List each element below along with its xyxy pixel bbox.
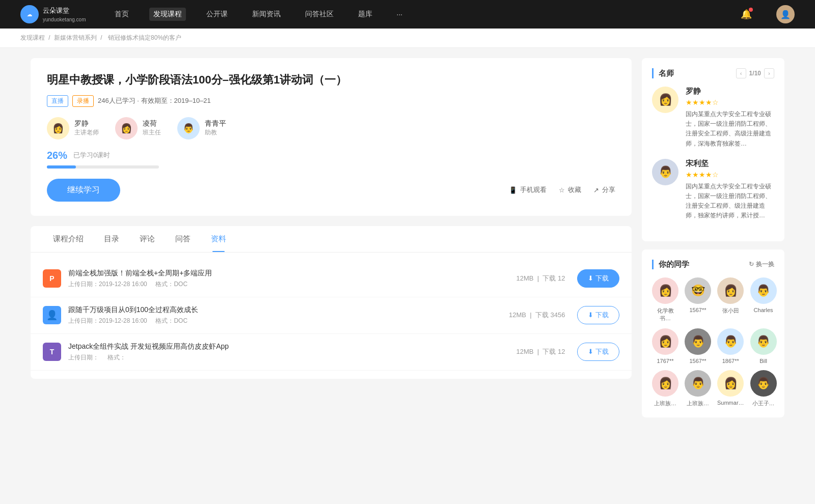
- student-avatar-3: 👨: [750, 277, 777, 304]
- tabs-content: P 前端全栈加强版！前端全栈+全周期+多端应用 上传日期：2019-12-28 …: [31, 253, 632, 379]
- nav-more[interactable]: ···: [393, 8, 407, 20]
- course-tags: 直播 录播 246人已学习 · 有效期至：2019–10–21: [47, 95, 615, 107]
- tab-qa[interactable]: 问答: [165, 226, 201, 252]
- next-page-button[interactable]: ›: [764, 68, 774, 78]
- continue-learning-button[interactable]: 继续学习: [47, 179, 120, 202]
- breadcrumb-current: 销冠修炼术搞定80%的客户: [108, 34, 181, 41]
- instructor-role-2: 助教: [205, 128, 226, 137]
- file-icon-1: 👤: [43, 306, 61, 324]
- nav-quiz[interactable]: 题库: [354, 8, 376, 21]
- file-name-1: 跟随千万级项目从0到100全过程高效成长: [68, 305, 509, 315]
- students-card: 你的同学 ↻ 换一换 👩 化学教书… 🤓 1567** 👩 张小田: [642, 249, 784, 417]
- progress-bar-fill: [47, 165, 76, 169]
- course-title: 明星中教授课，小学阶段语法100分–强化级第1讲动词（一）: [47, 72, 615, 88]
- student-7: 👨 Bill: [750, 328, 777, 364]
- breadcrumb-series[interactable]: 新媒体营销系列: [54, 34, 97, 41]
- prev-page-button[interactable]: ‹: [736, 68, 746, 78]
- course-card: 明星中教授课，小学阶段语法100分–强化级第1讲动词（一） 直播 录播 246人…: [31, 58, 632, 216]
- teacher-name-1: 宋利坚: [686, 159, 774, 169]
- course-meta: 246人已学习 · 有效期至：2019–10–21: [98, 96, 211, 105]
- tag-record: 录播: [72, 95, 94, 107]
- student-avatar-9: 👨: [685, 370, 711, 397]
- student-avatar-10: 👩: [717, 370, 744, 397]
- instructors: 👩 罗静 主讲老师 👩 凌荷 班主任 👨 青青平: [47, 117, 615, 139]
- instructor-avatar-2: 👨: [177, 117, 200, 139]
- student-avatar-11: 👨: [750, 370, 777, 397]
- file-stats-2: 12MB | 下载 12: [517, 347, 565, 356]
- teacher-desc-1: 国内某重点大学安全工程专业硕士，国家一级注册消防工程师、注册安全工程师、级注册建…: [686, 182, 774, 221]
- instructor-1: 👩 凌荷 班主任: [115, 117, 161, 139]
- notification-bell[interactable]: 🔔: [741, 9, 752, 20]
- star-icon: ☆: [559, 186, 565, 194]
- mobile-icon: 📱: [509, 186, 517, 194]
- student-2: 👩 张小田: [717, 277, 744, 322]
- student-9: 👨 上班族…: [685, 370, 711, 407]
- instructor-avatar-0: 👩: [47, 117, 69, 139]
- tabs-header: 课程介绍 目录 评论 问答 资料: [31, 226, 632, 253]
- student-avatar-1: 🤓: [685, 277, 711, 304]
- tabs-card: 课程介绍 目录 评论 问答 资料 P 前端全栈加强版！前端全栈+全周期+多端应用…: [31, 226, 632, 379]
- share-icon: ↗: [593, 186, 599, 194]
- student-name-2: 张小田: [722, 307, 739, 315]
- student-name-4: 1767**: [657, 358, 673, 364]
- student-name-7: Bill: [759, 358, 767, 364]
- main-content: 明星中教授课，小学阶段语法100分–强化级第1讲动词（一） 直播 录播 246人…: [10, 48, 805, 436]
- file-icon-0: P: [43, 269, 61, 288]
- students-grid: 👩 化学教书… 🤓 1567** 👩 张小田 👨 Charles 👩: [652, 277, 774, 407]
- students-section-title: 你的同学 ↻ 换一换: [652, 260, 774, 269]
- student-avatar-2: 👩: [717, 277, 744, 304]
- tab-intro[interactable]: 课程介绍: [43, 226, 94, 252]
- student-name-3: Charles: [754, 307, 773, 313]
- instructor-2: 👨 青青平 助教: [177, 117, 226, 139]
- mobile-watch-button[interactable]: 📱 手机观看: [509, 185, 547, 194]
- instructor-avatar-1: 👩: [115, 117, 138, 139]
- file-item-0: P 前端全栈加强版！前端全栈+全周期+多端应用 上传日期：2019-12-28 …: [31, 261, 632, 297]
- tab-catalog[interactable]: 目录: [94, 226, 129, 252]
- progress-bar-background: [47, 165, 159, 169]
- refresh-button[interactable]: ↻ 换一换: [749, 260, 774, 269]
- student-10: 👩 Summar…: [717, 370, 744, 407]
- student-name-10: Summar…: [717, 400, 744, 406]
- instructor-name-2: 青青平: [205, 119, 226, 128]
- file-stats-1: 12MB | 下载 3456: [509, 311, 565, 320]
- download-button-1[interactable]: ⬇ 下载: [577, 306, 619, 324]
- progress-text: 已学习0课时: [73, 151, 110, 160]
- logo[interactable]: ☁ 云朵课堂yunduoketang.com: [20, 5, 86, 23]
- nav-news[interactable]: 新闻资讯: [248, 8, 285, 21]
- page-info: 1/10: [749, 70, 761, 77]
- student-name-5: 1567**: [689, 358, 706, 364]
- student-avatar-0: 👩: [652, 277, 678, 304]
- download-button-0[interactable]: ⬇ 下载: [577, 269, 619, 288]
- share-button[interactable]: ↗ 分享: [593, 185, 615, 194]
- file-meta-1: 上传日期：2019-12-28 16:00 格式：DOC: [68, 317, 509, 325]
- logo-icon: ☁: [20, 5, 39, 23]
- breadcrumb-discover[interactable]: 发现课程: [20, 34, 45, 41]
- nav-qa[interactable]: 问答社区: [301, 8, 338, 21]
- student-name-6: 1867**: [722, 358, 739, 364]
- nav-open[interactable]: 公开课: [202, 8, 232, 21]
- student-8: 👩 上班族…: [652, 370, 678, 407]
- refresh-icon: ↻: [749, 261, 754, 268]
- file-name-2: Jetpack全组件实战 开发短视频应用高仿皮皮虾App: [68, 342, 517, 351]
- tab-materials[interactable]: 资料: [201, 226, 236, 252]
- teacher-name-0: 罗静: [686, 87, 774, 96]
- user-avatar[interactable]: 👤: [776, 5, 795, 23]
- instructor-role-0: 主讲老师: [74, 128, 99, 137]
- download-button-2[interactable]: ⬇ 下载: [577, 343, 619, 361]
- teacher-stars-0: ★★★★☆: [686, 98, 774, 106]
- teacher-item-0: 👩 罗静 ★★★★☆ 国内某重点大学安全工程专业硕士，国家一级注册消防工程师、注…: [652, 87, 774, 149]
- student-avatar-5: 👨: [685, 328, 711, 355]
- file-name-0: 前端全栈加强版！前端全栈+全周期+多端应用: [68, 269, 517, 278]
- tab-review[interactable]: 评论: [129, 226, 165, 252]
- student-4: 👩 1767**: [652, 328, 678, 364]
- collect-button[interactable]: ☆ 收藏: [559, 185, 581, 194]
- student-name-1: 1567**: [689, 307, 706, 313]
- action-icons: 📱 手机观看 ☆ 收藏 ↗ 分享: [509, 185, 615, 194]
- file-stats-0: 12MB | 下载 12: [517, 274, 565, 283]
- nav-home[interactable]: 首页: [111, 8, 133, 21]
- teachers-section-title: 名师 ‹ 1/10 ›: [652, 68, 774, 78]
- teacher-avatar-0: 👩: [652, 87, 678, 113]
- file-icon-2: T: [43, 343, 61, 361]
- nav-discover[interactable]: 发现课程: [149, 8, 186, 21]
- student-name-11: 小王子…: [752, 400, 775, 407]
